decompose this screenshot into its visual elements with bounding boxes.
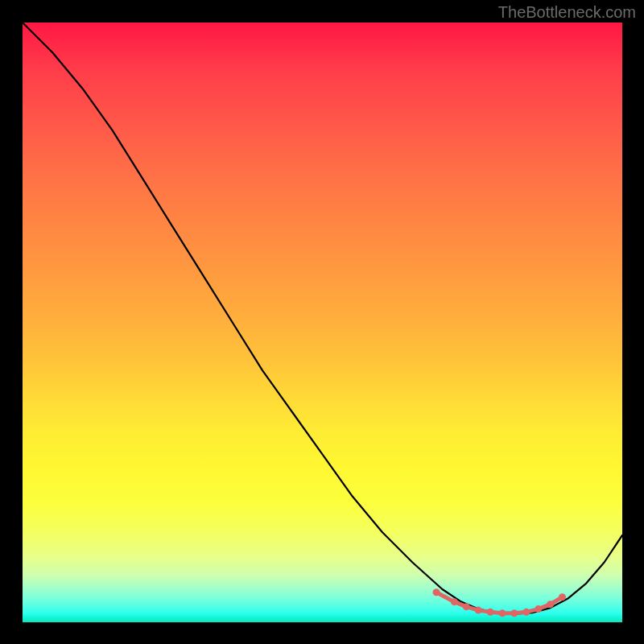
main-curve bbox=[23, 23, 622, 614]
watermark-text: TheBottleneck.com bbox=[498, 3, 636, 22]
plot-area bbox=[23, 23, 622, 622]
chart-svg bbox=[23, 23, 622, 622]
